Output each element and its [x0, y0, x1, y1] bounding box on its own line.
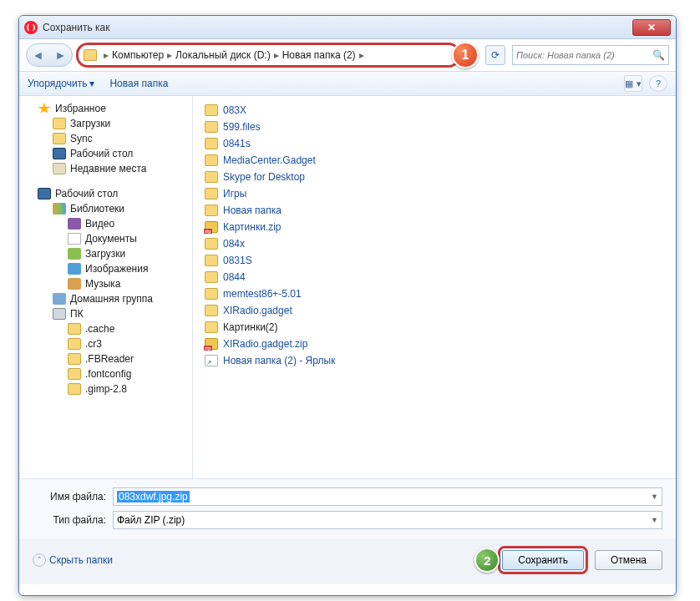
help-button[interactable]: ? [649, 75, 667, 92]
view-button[interactable]: ▦ ▾ [624, 75, 642, 92]
file-item[interactable]: MediaCenter.Gadget [203, 153, 387, 168]
nav-row: ◄ ► ▸ Компьютер ▸ Локальный диск (D:) ▸ … [19, 39, 676, 71]
tree-desktop[interactable]: Рабочий стол [23, 146, 192, 161]
folder-icon [205, 205, 218, 216]
back-icon: ◄ [33, 48, 44, 62]
file-item[interactable]: XIRadio.gadget [203, 303, 387, 318]
file-label: 0831S [223, 255, 252, 266]
file-item[interactable]: XIRadio.gadget.zip [203, 336, 387, 351]
opera-icon [24, 21, 38, 34]
file-label: XIRadio.gadget.zip [223, 338, 307, 350]
file-item[interactable]: Новая папка [203, 203, 387, 218]
tree-images[interactable]: Изображения [23, 261, 192, 276]
tree-cache[interactable]: .cache [23, 321, 192, 336]
file-item[interactable]: Картинки(2) [203, 320, 387, 335]
tree-sync[interactable]: Sync [23, 131, 192, 146]
chevron-up-icon: ˄ [33, 553, 46, 567]
file-item[interactable]: Игры [203, 186, 387, 201]
file-item[interactable]: memtest86+-5.01 [203, 286, 387, 301]
filetype-value: Файл ZIP (.zip) [117, 514, 185, 526]
search-input[interactable] [516, 50, 652, 60]
chevron-down-icon[interactable]: ▼ [651, 516, 658, 524]
close-button[interactable]: ✕ [632, 19, 671, 36]
file-label: Картинки.zip [223, 221, 282, 233]
cancel-button[interactable]: Отмена [595, 550, 662, 570]
search-box[interactable]: 🔍 [512, 45, 669, 65]
tree-video[interactable]: Видео [23, 216, 192, 231]
file-item[interactable]: Skype for Desktop [203, 169, 387, 184]
file-label: Skype for Desktop [223, 171, 305, 183]
breadcrumb-bar[interactable]: ▸ Компьютер ▸ Локальный диск (D:) ▸ Нова… [76, 43, 460, 68]
tree-pc[interactable]: ПК [23, 306, 192, 321]
file-item[interactable]: 084x [203, 236, 387, 251]
zip-icon [205, 338, 218, 350]
new-folder-button[interactable]: Новая папка [109, 78, 168, 89]
tree-gimp[interactable]: .gimp-2.8 [23, 381, 192, 396]
file-item[interactable]: Картинки.zip [203, 220, 387, 235]
save-button[interactable]: Сохранить [502, 550, 584, 570]
file-list[interactable]: 083X599.files0841sMediaCenter.GadgetSkyp… [193, 96, 676, 478]
folder-icon [205, 171, 218, 183]
crumb-1[interactable]: Локальный диск (D:) [175, 49, 271, 61]
tree-music[interactable]: Музыка [23, 276, 192, 291]
tree-desktop2[interactable]: Рабочий стол [23, 186, 192, 201]
link-icon [205, 355, 218, 366]
file-label: Игры [223, 188, 246, 199]
tree-fontconfig[interactable]: .fontconfig [23, 366, 192, 381]
file-item[interactable]: 0844 [203, 270, 387, 285]
tree-downloads[interactable]: Загрузки [23, 116, 192, 131]
refresh-button[interactable]: ⟳ [485, 45, 505, 65]
folder-icon [205, 305, 218, 316]
tree-documents[interactable]: Документы [23, 231, 192, 246]
folder-icon [205, 238, 218, 250]
chevron-down-icon: ▾ [89, 78, 94, 89]
file-label: 084x [223, 238, 245, 250]
folder-icon [205, 121, 218, 133]
folder-icon [205, 271, 218, 283]
file-item[interactable]: 0841s [203, 136, 387, 151]
titlebar: Сохранить как ✕ [19, 16, 676, 39]
filetype-select[interactable]: Файл ZIP (.zip) ▼ [113, 511, 662, 529]
tree-fbreader[interactable]: .FBReader [23, 351, 192, 366]
folder-icon [205, 154, 218, 166]
file-item[interactable]: Новая папка (2) - Ярлык [203, 353, 387, 368]
crumb-0[interactable]: Компьютер [112, 49, 164, 61]
file-label: XIRadio.gadget [223, 305, 292, 316]
folder-icon [205, 138, 218, 149]
file-label: MediaCenter.Gadget [223, 154, 316, 166]
folder-icon [205, 255, 218, 266]
chevron-down-icon[interactable]: ▼ [651, 492, 658, 501]
folder-icon [205, 321, 218, 333]
filetype-label: Тип файла: [33, 514, 106, 526]
organize-button[interactable]: Упорядочить ▾ [28, 78, 94, 89]
tree-homegroup[interactable]: Домашняя группа [23, 291, 192, 306]
filename-value: 083xdwf.jpg.zip [117, 491, 190, 503]
annotation-2: 2 [474, 548, 500, 573]
tree-downloads2[interactable]: Загрузки [23, 246, 192, 261]
dialog-body: Избранное Загрузки Sync Рабочий стол Нед… [19, 96, 676, 478]
file-item[interactable]: 0831S [203, 253, 387, 268]
crumb-2[interactable]: Новая папка (2) [282, 49, 356, 61]
save-dialog: Сохранить как ✕ ◄ ► ▸ Компьютер ▸ Локаль… [18, 15, 677, 596]
zip-icon [205, 221, 218, 233]
tree-cr3[interactable]: .cr3 [23, 336, 192, 351]
folder-icon [84, 49, 97, 61]
file-item[interactable]: 083X [203, 103, 387, 118]
folder-icon [205, 288, 218, 300]
hide-folders-link[interactable]: ˄ Скрыть папки [33, 553, 113, 567]
toolbar: Упорядочить ▾ Новая папка ▦ ▾ ? [19, 71, 676, 96]
file-item[interactable]: 599.files [203, 119, 387, 134]
nav-tree[interactable]: Избранное Загрузки Sync Рабочий стол Нед… [19, 96, 193, 478]
window-title: Сохранить как [43, 22, 109, 33]
file-label: 0841s [223, 138, 251, 149]
file-label: 083X [223, 104, 246, 116]
tree-libraries[interactable]: Библиотеки [23, 201, 192, 216]
tree-favorites[interactable]: Избранное [23, 101, 192, 116]
tree-recent[interactable]: Недавние места [23, 161, 192, 176]
nav-back-forward[interactable]: ◄ ► [26, 43, 73, 67]
file-label: 0844 [223, 271, 246, 283]
folder-icon [205, 104, 218, 116]
filename-input[interactable]: 083xdwf.jpg.zip ▼ [113, 487, 662, 506]
forward-icon: ► [55, 48, 67, 62]
file-label: Картинки(2) [223, 321, 278, 333]
